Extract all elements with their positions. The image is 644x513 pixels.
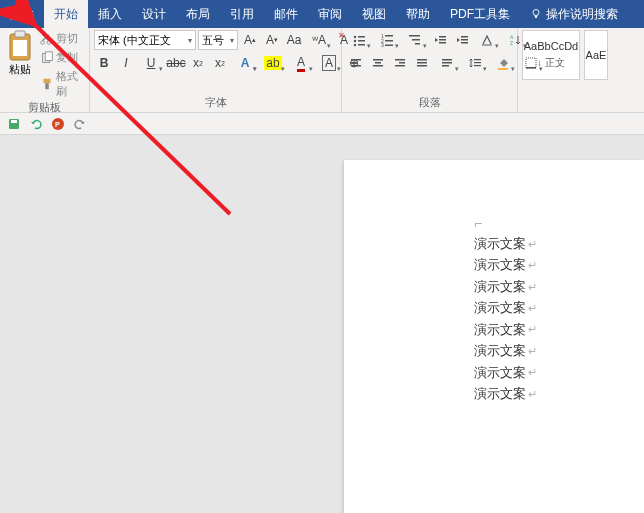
tab-home[interactable]: 开始: [44, 0, 88, 28]
quick-access-toolbar: P: [0, 113, 644, 135]
subscript-button[interactable]: x2: [188, 53, 208, 73]
justify-button[interactable]: [412, 53, 432, 73]
underline-button[interactable]: U: [138, 53, 164, 73]
svg-rect-27: [439, 39, 446, 41]
svg-rect-1: [535, 16, 537, 18]
document-line[interactable]: 演示文案↵: [474, 233, 624, 254]
multilevel-icon: [408, 33, 422, 47]
style-preview-text: AaBbCcDd: [524, 40, 578, 52]
document-line[interactable]: 演示文案↵: [474, 254, 624, 275]
tell-me-search[interactable]: 操作说明搜索: [520, 0, 628, 28]
document-line[interactable]: 演示文案↵: [474, 362, 624, 383]
asian-layout-button[interactable]: [474, 30, 500, 50]
tab-layout[interactable]: 布局: [176, 0, 220, 28]
svg-rect-41: [399, 62, 405, 64]
decrease-font-button[interactable]: A▾: [262, 30, 282, 50]
paragraph-mark-icon: ↵: [528, 320, 537, 338]
strikethrough-button[interactable]: abc: [166, 53, 186, 73]
svg-point-13: [354, 40, 356, 42]
tab-view[interactable]: 视图: [352, 0, 396, 28]
document-line[interactable]: 演示文案↵: [474, 383, 624, 404]
distribute-button[interactable]: [434, 53, 460, 73]
document-line[interactable]: 演示文案↵: [474, 340, 624, 361]
svg-rect-4: [13, 40, 27, 56]
svg-rect-25: [415, 43, 420, 45]
copy-label: 复制: [56, 50, 78, 65]
phonetic-guide-button[interactable]: ᵂA: [306, 30, 332, 50]
clipboard-group-label: 剪贴板: [4, 100, 85, 116]
save-button[interactable]: [6, 116, 22, 132]
svg-rect-3: [15, 31, 25, 37]
format-painter-button[interactable]: 格式刷: [39, 68, 85, 100]
justify-icon: [415, 56, 429, 70]
align-left-button[interactable]: [346, 53, 366, 73]
redo-button[interactable]: [72, 116, 88, 132]
decrease-indent-button[interactable]: [430, 30, 450, 50]
italic-button[interactable]: I: [116, 53, 136, 73]
shading-button[interactable]: [490, 53, 516, 73]
change-case-button[interactable]: Aa: [284, 30, 304, 50]
tab-pdf-tools[interactable]: PDF工具集: [440, 0, 520, 28]
paste-button[interactable]: 粘贴: [4, 30, 37, 77]
svg-rect-18: [385, 35, 393, 37]
align-right-icon: [393, 56, 407, 70]
align-right-button[interactable]: [390, 53, 410, 73]
highlight-button[interactable]: ab: [260, 53, 286, 73]
increase-font-button[interactable]: A▴: [240, 30, 260, 50]
document-line[interactable]: 演示文案↵: [474, 319, 624, 340]
svg-rect-39: [373, 65, 383, 67]
asian-layout-icon: [480, 33, 494, 47]
font-color-button[interactable]: A: [288, 53, 314, 73]
line-spacing-icon: [468, 56, 482, 70]
copy-button[interactable]: 复制: [39, 49, 85, 66]
bold-button[interactable]: B: [94, 53, 114, 73]
borders-icon: [524, 56, 538, 70]
powerpoint-button[interactable]: P: [50, 116, 66, 132]
svg-point-15: [354, 44, 356, 46]
character-border-button[interactable]: A: [316, 53, 342, 73]
paragraph-group-label: 段落: [346, 95, 513, 111]
paragraph-mark-icon: ↵: [528, 385, 537, 403]
svg-rect-31: [461, 42, 468, 44]
format-painter-label: 格式刷: [56, 69, 84, 99]
multilevel-list-button[interactable]: [402, 30, 428, 50]
increase-indent-button[interactable]: [452, 30, 472, 50]
document-page[interactable]: ⌐ 演示文案↵演示文案↵演示文案↵演示文案↵演示文案↵演示文案↵演示文案↵演示文…: [344, 160, 644, 513]
tab-file[interactable]: 文件: [0, 0, 44, 28]
paste-label: 粘贴: [9, 62, 31, 77]
powerpoint-icon: P: [51, 117, 65, 131]
tab-mailings[interactable]: 邮件: [264, 0, 308, 28]
align-center-button[interactable]: [368, 53, 388, 73]
sort-button[interactable]: AZ: [502, 30, 528, 50]
style-preview2-text: AaE: [586, 49, 607, 61]
bullets-button[interactable]: [346, 30, 372, 50]
tab-insert[interactable]: 插入: [88, 0, 132, 28]
font-size-select[interactable]: 五号▾: [198, 30, 238, 50]
tab-design[interactable]: 设计: [132, 0, 176, 28]
font-name-select[interactable]: 宋体 (中文正文▾: [94, 30, 196, 50]
tab-references[interactable]: 引用: [220, 0, 264, 28]
paragraph-mark-icon: ↵: [528, 299, 537, 317]
numbering-button[interactable]: 123: [374, 30, 400, 50]
svg-rect-22: [385, 45, 393, 47]
superscript-button[interactable]: x2: [210, 53, 230, 73]
outdent-icon: [433, 33, 447, 47]
tab-review[interactable]: 审阅: [308, 0, 352, 28]
style-next[interactable]: AaE: [584, 30, 608, 80]
document-line[interactable]: 演示文案↵: [474, 276, 624, 297]
borders-button[interactable]: [518, 53, 544, 73]
menu-tabs-bar: 文件 开始 插入 设计 布局 引用 邮件 审阅 视图 帮助 PDF工具集 操作说…: [0, 0, 644, 28]
svg-rect-30: [461, 39, 468, 41]
svg-text:Z: Z: [510, 40, 513, 46]
undo-button[interactable]: [28, 116, 44, 132]
line-spacing-button[interactable]: [462, 53, 488, 73]
document-line[interactable]: 演示文案↵: [474, 297, 624, 318]
svg-rect-47: [442, 62, 452, 64]
svg-rect-26: [439, 36, 446, 38]
scissors-icon: [40, 32, 54, 46]
cut-button[interactable]: 剪切: [39, 30, 85, 47]
tab-help[interactable]: 帮助: [396, 0, 440, 28]
align-center-icon: [371, 56, 385, 70]
text-effects-button[interactable]: A: [232, 53, 258, 73]
paragraph-mark-icon: ↵: [528, 278, 537, 296]
